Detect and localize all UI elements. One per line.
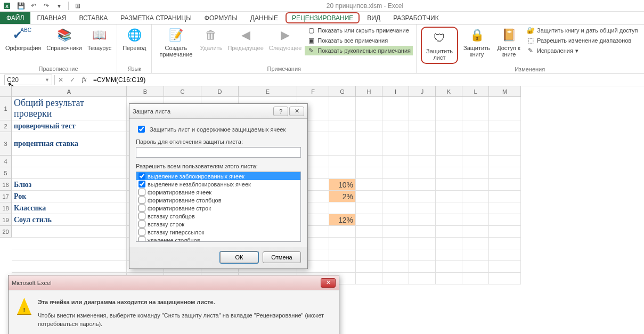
protect-share-button[interactable]: 🔐Защитить книгу и дать общий доступ xyxy=(524,26,640,35)
col-header[interactable]: L xyxy=(462,86,489,97)
cell[interactable] xyxy=(489,261,521,273)
tab-insert[interactable]: ВСТАВКА xyxy=(72,12,114,24)
cell[interactable] xyxy=(462,249,489,261)
cell[interactable] xyxy=(356,167,382,179)
cell[interactable] xyxy=(12,249,127,261)
cell[interactable] xyxy=(356,202,382,214)
permission-checkbox[interactable] xyxy=(138,237,145,242)
cell[interactable] xyxy=(329,97,356,120)
formula-input[interactable] xyxy=(90,75,644,85)
cell[interactable]: проверочный тест xyxy=(12,120,127,132)
row-header[interactable]: 4 xyxy=(0,156,12,167)
tab-file[interactable]: ФАЙЛ xyxy=(0,12,30,24)
cell[interactable] xyxy=(462,191,489,202)
accept-formula-icon[interactable]: ✓ xyxy=(67,76,78,84)
permissions-list[interactable]: выделение заблокированных ячееквыделение… xyxy=(136,172,301,242)
cell[interactable] xyxy=(382,238,409,249)
password-input[interactable] xyxy=(136,147,301,158)
chevron-down-icon[interactable]: ▼ xyxy=(45,77,50,83)
cell[interactable] xyxy=(409,238,436,249)
cell[interactable] xyxy=(409,97,436,120)
cell[interactable] xyxy=(329,156,356,167)
cell[interactable] xyxy=(382,202,409,214)
cell[interactable] xyxy=(382,261,409,273)
cell[interactable] xyxy=(436,202,462,214)
cell[interactable] xyxy=(382,191,409,202)
cell[interactable] xyxy=(489,238,521,249)
protect-sheet-button[interactable]: 🛡 Защитить лист xyxy=(423,29,456,62)
spelling-button[interactable]: ✔ABC Орфография xyxy=(3,26,43,52)
cell[interactable] xyxy=(462,226,489,238)
cell[interactable] xyxy=(356,226,382,238)
cell[interactable] xyxy=(489,179,521,191)
cell[interactable] xyxy=(462,214,489,226)
col-header[interactable]: K xyxy=(436,86,462,97)
cell[interactable] xyxy=(462,132,489,156)
cell[interactable] xyxy=(489,273,521,284)
cell[interactable]: 2% xyxy=(329,191,356,202)
cell[interactable] xyxy=(409,226,436,238)
cell[interactable] xyxy=(489,167,521,179)
cell[interactable] xyxy=(462,179,489,191)
tab-formulas[interactable]: ФОРМУЛЫ xyxy=(198,12,244,24)
cell[interactable] xyxy=(462,238,489,249)
tab-view[interactable]: ВИД xyxy=(361,12,387,24)
protect-workbook-button[interactable]: 🔒 Защитить книгу xyxy=(460,26,493,59)
cell[interactable] xyxy=(489,132,521,156)
cell[interactable] xyxy=(356,214,382,226)
cell[interactable]: 12% xyxy=(329,214,356,226)
touch-mode-icon[interactable]: ⊞ xyxy=(72,1,84,11)
cell[interactable]: процентная ставка xyxy=(12,132,127,156)
cell[interactable] xyxy=(462,97,489,120)
cell[interactable] xyxy=(382,120,409,132)
cell[interactable] xyxy=(462,167,489,179)
cell[interactable] xyxy=(489,97,521,120)
permission-checkbox[interactable] xyxy=(138,229,145,235)
cell[interactable] xyxy=(329,226,356,238)
cell[interactable] xyxy=(356,120,382,132)
cell[interactable] xyxy=(382,132,409,156)
dropdown-icon[interactable]: ▾ xyxy=(53,1,65,11)
cell[interactable] xyxy=(436,167,462,179)
col-header[interactable]: C xyxy=(164,86,201,97)
cell[interactable] xyxy=(329,202,356,214)
permission-item[interactable]: форматирование ячеек xyxy=(136,188,300,196)
cell[interactable]: Блюз xyxy=(12,179,127,191)
cell[interactable] xyxy=(409,132,436,156)
cell[interactable]: 10% xyxy=(329,179,356,191)
permission-item[interactable]: вставку строк xyxy=(136,220,300,228)
row-header[interactable]: 5 xyxy=(0,167,12,179)
permission-checkbox[interactable] xyxy=(138,205,145,211)
cell[interactable] xyxy=(12,238,127,249)
cell[interactable] xyxy=(409,249,436,261)
help-icon[interactable]: ? xyxy=(273,107,288,116)
tab-review[interactable]: РЕЦЕНЗИРОВАНИЕ xyxy=(286,12,360,23)
cell[interactable] xyxy=(489,120,521,132)
cell[interactable] xyxy=(329,120,356,132)
row-header[interactable]: 16 xyxy=(0,179,12,191)
permission-item[interactable]: выделение незаблокированных ячеек xyxy=(136,180,300,188)
row-header[interactable]: 2 xyxy=(0,120,12,132)
cell[interactable] xyxy=(12,167,127,179)
cell[interactable] xyxy=(356,261,382,273)
cell[interactable] xyxy=(356,97,382,120)
permission-checkbox[interactable] xyxy=(138,197,145,203)
cell[interactable] xyxy=(409,179,436,191)
cell[interactable] xyxy=(409,191,436,202)
cell[interactable] xyxy=(409,273,436,284)
cell[interactable] xyxy=(489,202,521,214)
cell[interactable] xyxy=(489,156,521,167)
permission-item[interactable]: вставку столбцов xyxy=(136,212,300,220)
excel-icon[interactable]: X xyxy=(2,1,14,11)
tab-developer[interactable]: РАЗРАБОТЧИК xyxy=(387,12,445,24)
cell[interactable] xyxy=(462,156,489,167)
cancel-button[interactable]: Отмена xyxy=(263,251,301,263)
row-header[interactable]: 20 xyxy=(0,226,12,238)
col-header[interactable]: G xyxy=(329,86,356,97)
permission-item[interactable]: форматирование столбцов xyxy=(136,196,300,204)
cell[interactable] xyxy=(329,132,356,156)
cell[interactable] xyxy=(436,179,462,191)
thesaurus-button[interactable]: 📖 Тезаурус xyxy=(85,26,113,52)
close-icon[interactable]: ✕ xyxy=(321,278,336,288)
protect-contents-checkbox[interactable]: Защитить лист и содержимое защищаемых яч… xyxy=(136,124,301,134)
